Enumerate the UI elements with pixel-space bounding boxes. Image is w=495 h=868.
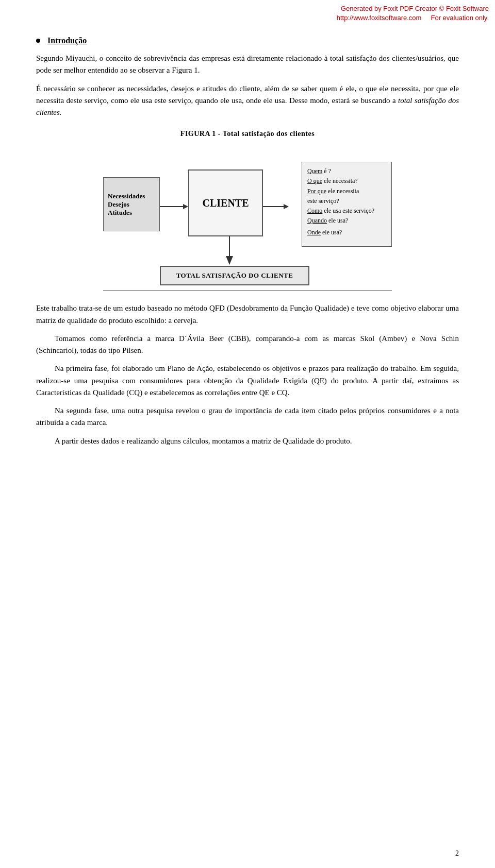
diagram-box-left: Necessidades Desejos Atitudes bbox=[103, 177, 160, 231]
body-para-5: Na primeira fase, foi elaborado um Plano… bbox=[36, 363, 459, 399]
figure-title: FIGURA 1 - Total satisfação dos clientes bbox=[103, 130, 392, 138]
arrow-center-right bbox=[263, 201, 286, 208]
body-para-3: Este trabalho trata-se de um estudo base… bbox=[36, 302, 459, 327]
right-q3b: este serviço? bbox=[307, 196, 386, 206]
body-para-6: Na segunda fase, uma outra pesquisa reve… bbox=[36, 405, 459, 429]
right-q3: Por que ele necessita bbox=[307, 186, 386, 196]
svg-marker-5 bbox=[226, 256, 233, 265]
total-satisfacao-label: TOTAL SATISFAÇÃO DO CLIENTE bbox=[176, 271, 293, 280]
right-q1: Quem é ? bbox=[307, 166, 386, 176]
intro-heading: Introdução bbox=[36, 36, 459, 45]
diagram-box-bottom: TOTAL SATISFAÇÃO DO CLIENTE bbox=[160, 266, 309, 285]
diagram-box-right: Quem é ? O que ele necessita? Por que el… bbox=[302, 162, 392, 247]
diagram-divider bbox=[103, 291, 392, 291]
header-line1: Generated by Foxit PDF Creator © Foxit S… bbox=[186, 4, 489, 13]
intro-paragraph-2: É necessário se conhecer as necessidades… bbox=[36, 83, 459, 119]
box-left-line3: Atitudes bbox=[108, 209, 155, 217]
page-number: 2 bbox=[455, 849, 459, 858]
diagram-box-center: CLIENTE bbox=[188, 169, 263, 236]
body-para-7: A partir destes dados e realizando algun… bbox=[36, 435, 459, 447]
intro-title: Introdução bbox=[47, 36, 87, 45]
right-q5: Quando ele usa? bbox=[307, 216, 386, 226]
svg-marker-1 bbox=[183, 204, 188, 209]
cliente-label: CLIENTE bbox=[202, 197, 249, 209]
header-banner: Generated by Foxit PDF Creator © Foxit S… bbox=[186, 0, 495, 23]
figure-container: FIGURA 1 - Total satisfação dos clientes… bbox=[103, 130, 392, 291]
svg-marker-3 bbox=[284, 204, 289, 209]
box-left-line1: Necessidades bbox=[108, 192, 155, 200]
body-para-4: Tomamos como referência a marca D´Ávila … bbox=[36, 333, 459, 357]
right-q6: Onde ele usa? bbox=[307, 228, 386, 237]
bullet-icon bbox=[36, 39, 40, 43]
diagram-area: Necessidades Desejos Atitudes CLIENTE bbox=[103, 146, 392, 285]
header-eval: For evaluation only. bbox=[431, 14, 489, 22]
italic-phrase: total satisfação dos clientes. bbox=[36, 96, 459, 116]
right-q2: O que ele necessita? bbox=[307, 176, 386, 186]
page-content: Introdução Segundo Miyauchi, o conceito … bbox=[36, 36, 459, 447]
arrow-left-center bbox=[160, 201, 188, 208]
box-left-line2: Desejos bbox=[108, 200, 155, 209]
right-q4: Como ele usa este serviço? bbox=[307, 206, 386, 216]
header-line2: http://www.foxitsoftware.com For evaluat… bbox=[186, 13, 489, 23]
intro-paragraph-1: Segundo Miyauchi, o conceito de sobreviv… bbox=[36, 53, 459, 77]
arrow-center-down bbox=[222, 236, 232, 262]
header-url: http://www.foxitsoftware.com bbox=[337, 14, 422, 22]
